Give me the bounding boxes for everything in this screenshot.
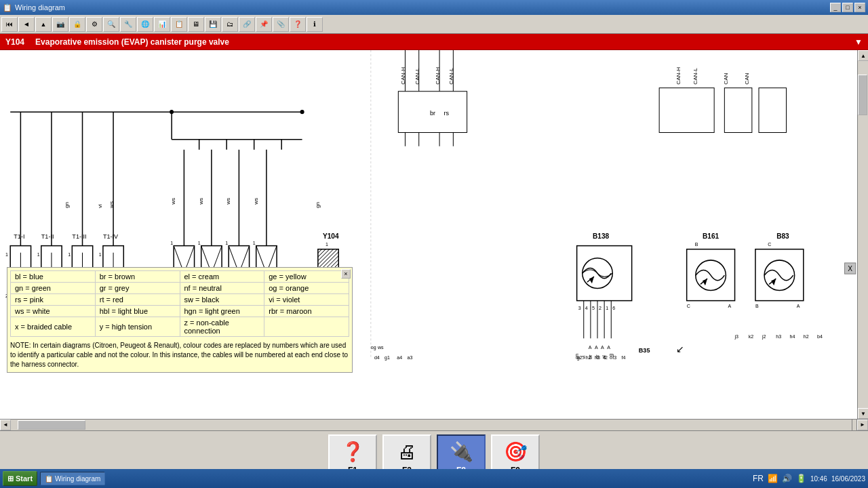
title-bar: 📋 Wiring diagram _ □ ×	[0, 0, 868, 15]
svg-text:CAN-H: CAN-H	[400, 67, 406, 85]
vertical-scrollbar: ▲ ▼	[857, 50, 868, 419]
tray-volume-icon: 🔊	[782, 474, 792, 483]
svg-text:C: C	[687, 304, 690, 309]
svg-text:C: C	[768, 242, 771, 247]
dropdown-arrow[interactable]: ▼	[854, 37, 863, 47]
nav-save[interactable]: 💾	[205, 17, 221, 32]
taskbar-date: 16/06/2023	[831, 475, 865, 483]
nav-monitor[interactable]: 🖥	[188, 17, 204, 32]
legend-close-button[interactable]: ×	[341, 269, 351, 279]
svg-text:5: 5	[592, 306, 595, 311]
svg-text:j2: j2	[762, 334, 766, 340]
nav-gear[interactable]: ⚙	[86, 17, 102, 32]
svg-text:ws: ws	[225, 198, 231, 205]
splitter[interactable]	[852, 420, 857, 430]
svg-text:f3: f3	[612, 355, 616, 361]
svg-rect-17	[724, 88, 752, 133]
component-description: Evaporative emission (EVAP) canister pur…	[35, 37, 854, 47]
color-row-5: x = braided cable y = high tension z = n…	[11, 317, 349, 337]
nav-up[interactable]: ▲	[35, 17, 52, 32]
nav-info[interactable]: ℹ	[307, 17, 323, 32]
color-entry-hbl: hbl = light blue	[95, 306, 180, 317]
svg-text:g1: g1	[384, 355, 390, 361]
h-scroll-track[interactable]	[11, 420, 852, 430]
svg-text:1: 1	[170, 241, 173, 246]
svg-text:ws: ws	[198, 198, 204, 205]
color-entry-hgn: hgn = light green	[180, 306, 264, 317]
nav-clipboard[interactable]: 📋	[171, 17, 187, 32]
svg-text:1: 1	[253, 241, 256, 246]
svg-text:A: A	[589, 345, 592, 350]
tray-network-icon: 📶	[768, 474, 778, 483]
svg-text:f4: f4	[621, 355, 625, 361]
scroll-up-button[interactable]: ▲	[858, 50, 868, 61]
legend-note: NOTE: In certain diagrams (Citroen, Peug…	[10, 341, 349, 369]
svg-text:T1-I: T1-I	[14, 233, 24, 240]
nav-search[interactable]: 🔍	[103, 17, 119, 32]
svg-text:b4: b4	[817, 334, 823, 340]
nav-paperclip[interactable]: 📎	[273, 17, 289, 32]
nav-wrench[interactable]: 🔧	[120, 17, 136, 32]
color-entry-nf: nf = neutral	[180, 283, 264, 294]
nav-link[interactable]: 🔗	[239, 17, 255, 32]
svg-text:j3: j3	[734, 334, 739, 340]
color-row-3: rs = pink rt = red sw = black vi = viole…	[11, 294, 349, 306]
nav-globe[interactable]: 🌐	[137, 17, 153, 32]
main-content: CAN-H CAN-L CAN-H CAN-L CAN-H CAN-L CAN …	[0, 50, 868, 419]
window-icon: 📋	[3, 3, 12, 12]
svg-text:h2: h2	[586, 355, 591, 361]
horizontal-scrollbar: ◄ ►	[0, 419, 868, 430]
nav-lock[interactable]: 🔒	[69, 17, 85, 32]
svg-text:CAN: CAN	[723, 73, 729, 84]
color-entry-empty	[264, 317, 349, 337]
nav-chart[interactable]: 📊	[154, 17, 170, 32]
svg-text:3: 3	[578, 306, 581, 311]
color-entry-rt: rt = red	[95, 294, 180, 306]
scroll-left-button[interactable]: ◄	[0, 420, 11, 430]
window-title: 📋 Wiring diagram	[3, 3, 65, 12]
color-entry-rbr: rbr = maroon	[264, 306, 349, 317]
svg-text:1: 1	[68, 252, 71, 258]
f2-icon: 🖨	[397, 441, 416, 463]
svg-text:6: 6	[612, 306, 615, 311]
minimize-button[interactable]: _	[830, 3, 841, 12]
h-scroll-thumb[interactable]	[18, 420, 85, 430]
svg-text:B: B	[755, 304, 759, 309]
taskbar-wiring-app[interactable]: 📋 Wiring diagram	[40, 472, 105, 485]
color-entry-sw: sw = black	[180, 294, 264, 306]
scroll-track[interactable]	[858, 61, 868, 408]
nav-help[interactable]: ❓	[290, 17, 306, 32]
tray-battery-icon: 🔋	[796, 474, 806, 483]
maximize-button[interactable]: □	[842, 3, 853, 12]
close-button[interactable]: ×	[854, 3, 865, 12]
svg-text:1: 1	[5, 252, 8, 258]
svg-text:1: 1	[225, 241, 228, 246]
svg-text:a4: a4	[397, 355, 402, 361]
svg-text:CAN-L: CAN-L	[448, 68, 454, 85]
svg-text:k2: k2	[749, 334, 754, 340]
scroll-down-button[interactable]: ▼	[858, 408, 868, 419]
svg-text:A: A	[607, 345, 610, 350]
nav-folder[interactable]: 🗂	[222, 17, 238, 32]
color-entry-br: br = brown	[95, 271, 180, 283]
svg-text:h3: h3	[776, 334, 781, 340]
color-entry-vi: vi = violet	[264, 294, 349, 306]
app-icon: 📋	[45, 475, 53, 483]
svg-text:A: A	[601, 345, 604, 350]
svg-text:1: 1	[326, 242, 328, 247]
start-button[interactable]: ⊞ Start	[3, 471, 37, 486]
svg-text:B138: B138	[593, 232, 610, 240]
scroll-right-button[interactable]: ►	[857, 420, 868, 430]
svg-text:Y104: Y104	[323, 232, 339, 240]
svg-text:T1-IV: T1-IV	[103, 233, 119, 240]
nav-prev[interactable]: ◄	[18, 17, 35, 32]
svg-text:ws: ws	[170, 198, 176, 205]
start-icon: ⊞	[7, 474, 14, 483]
svg-text:h2: h2	[804, 334, 809, 340]
component-code: Y104	[5, 37, 24, 47]
nav-pin[interactable]: 📌	[256, 17, 272, 32]
svg-text:g2: g2	[577, 355, 583, 361]
nav-first[interactable]: ⏮	[1, 17, 18, 32]
scroll-thumb[interactable]	[858, 75, 867, 115]
nav-photo[interactable]: 📷	[52, 17, 68, 32]
